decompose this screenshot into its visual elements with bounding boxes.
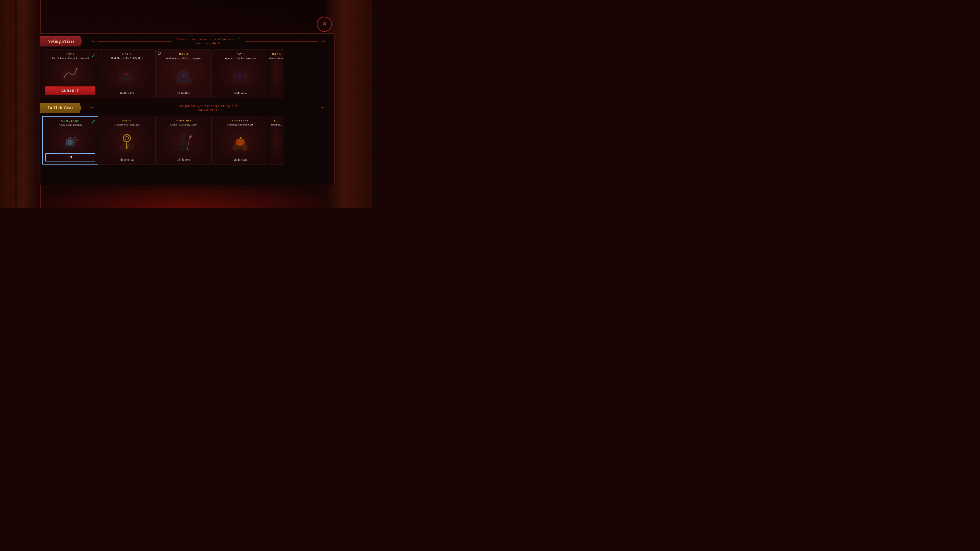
svg-point-51 (241, 139, 245, 145)
wood-panel-left (0, 0, 41, 208)
inhub-item-3-name: Death's Dastardly Cape (170, 123, 197, 126)
inhub-item-1-category: Cemetary (61, 119, 80, 122)
voting-prizes-tab: Voting Prizes (40, 36, 83, 46)
inhub-gear-tab: In-Hub Gear (40, 103, 81, 113)
day2-item-image (102, 61, 152, 90)
svg-marker-20 (238, 71, 239, 73)
svg-marker-21 (241, 71, 243, 73)
day3-item-svg (172, 65, 195, 86)
inhub-item-4-name: Flaming Pumpkin Cart (228, 123, 253, 126)
svg-point-23 (241, 74, 242, 75)
day1-checkmark: ✓ (91, 52, 96, 59)
inhub-item-4-card: Pumpkins Flaming Pumpkin Cart (212, 116, 268, 165)
scroll-left-icon-2: 〜 (89, 105, 95, 111)
voting-prizes-section: Voting Prizes 〜 Earn avatar items by vot… (40, 34, 334, 100)
inhub-item-5-card: E... Spectral... (269, 116, 284, 165)
voting-day-1-card: DAY 1 The Golem of Decay by Jazzyx3 ✓ CU… (42, 49, 98, 98)
inhub-item-2-svg (115, 132, 138, 152)
day3-item-name: Void Vampire's Hat by Empyror (165, 56, 202, 60)
svg-point-16 (181, 74, 186, 78)
inhub-gear-header-text: Get power-ups by completing hub adventur… (171, 104, 245, 112)
inhub-items-row: Cemetary Azure Light Lantern (40, 114, 334, 167)
inhub-item-4-image (215, 128, 266, 156)
inhub-item-1-card: Cemetary Azure Light Lantern (42, 116, 98, 165)
day4-label: DAY 4 (235, 52, 245, 56)
inhub-gear-title: In-Hub Gear (48, 106, 73, 110)
voting-day-5-card: DAY 5 Abomination... (269, 49, 284, 98)
svg-point-22 (239, 74, 240, 75)
inhub-item-1-count[interactable]: 1/1 (45, 153, 95, 162)
inhub-item-5-name: Spectral... (271, 123, 282, 126)
inhub-item-1-checkmark: ✓ (91, 119, 96, 126)
day1-item-name: The Golem of Decay by Jazzyx3 (52, 56, 89, 60)
svg-point-5 (126, 73, 127, 75)
inhub-item-3-svg (172, 132, 195, 152)
inhub-item-2-category: Maze (122, 119, 132, 122)
day3-radio (158, 52, 161, 55)
day4-timer: 2d 4h 40m (234, 91, 247, 95)
day3-timer: 1d 4h 40m (177, 91, 190, 95)
svg-rect-27 (68, 137, 72, 139)
day4-item-image (215, 61, 266, 90)
inhub-gear-section: In-Hub Gear 〜 Get power-ups by completin… (40, 100, 334, 167)
day3-item-image (158, 61, 209, 90)
inhub-gear-header: In-Hub Gear 〜 Get power-ups by completin… (40, 103, 334, 113)
svg-point-37 (181, 134, 186, 139)
day2-item-svg (115, 65, 138, 86)
voting-prizes-header-line: 〜 Earn avatar items by voting in each ca… (83, 37, 334, 45)
scroll-left-icon: 〜 (90, 38, 96, 45)
day5-item-name: Abomination... (269, 56, 284, 60)
curse-it-button[interactable]: CURSE IT (45, 86, 95, 95)
voting-day-3-card: DAY 3 Void Vampire's Hat by Empyror (156, 49, 212, 98)
svg-rect-52 (240, 138, 241, 140)
inhub-item-1-name: Azure Light Lantern (59, 123, 82, 127)
day1-item-svg (59, 63, 82, 83)
svg-point-29 (67, 139, 74, 146)
inhub-item-3-timer: 1d 4h 40m (177, 158, 190, 162)
inhub-item-3-card: Mirrors Death's Dastardly Cape (156, 116, 212, 165)
day3-label: DAY 3 (179, 52, 188, 56)
voting-prizes-header-text: Earn avatar items by voting in each cate… (172, 37, 245, 45)
voting-prizes-title: Voting Prizes (48, 39, 75, 44)
voting-day-4-card: DAY 4 Vampire Kitty by Lovespun (212, 49, 268, 98)
inhub-item-4-svg (229, 132, 251, 152)
svg-point-19 (238, 73, 243, 78)
scroll-right-icon-2: 〜 (321, 105, 326, 111)
inhub-item-4-category: Pumpkins (232, 119, 249, 122)
inhub-item-2-image (102, 128, 152, 156)
inhub-item-2-card: Maze Golden Key Necklace (99, 116, 155, 165)
day4-item-svg (229, 65, 251, 86)
voting-day-2-card: DAY 2 Dark Ravens by ASUS_Rog (99, 49, 155, 98)
svg-point-0 (61, 69, 79, 82)
day5-label: DAY 5 (272, 52, 281, 56)
inhub-item-1-image (45, 128, 95, 152)
voting-items-row: DAY 1 The Golem of Decay by Jazzyx3 ✓ CU… (40, 48, 334, 100)
svg-point-50 (236, 139, 239, 145)
scroll-right-icon: 〜 (321, 38, 326, 45)
svg-point-32 (125, 137, 129, 140)
svg-point-1 (76, 68, 78, 70)
day4-item-name: Vampire Kitty by Lovespun (224, 56, 256, 60)
inhub-item-3-image (158, 128, 209, 156)
day1-label: DAY 1 (65, 52, 75, 56)
day2-timer: 4h 40m 42s (120, 91, 134, 95)
inhub-item-5-category: E... (274, 119, 279, 122)
inhub-item-2-name: Golden Key Necklace (115, 123, 139, 126)
inhub-item-4-timer: 2d 4h 40m (234, 158, 247, 162)
day2-label: DAY 2 (122, 52, 131, 56)
inhub-item-3-category: Mirrors (176, 119, 191, 122)
close-button[interactable] (317, 17, 332, 32)
voting-prizes-header: Voting Prizes 〜 Earn avatar items by vot… (40, 36, 334, 46)
day1-item-image (45, 61, 95, 85)
inhub-item-1-svg (59, 130, 82, 150)
inhub-gear-header-line: 〜 Get power-ups by completing hub advent… (81, 104, 334, 112)
inhub-item-2-timer: 4h 40m 42s (120, 158, 134, 162)
main-panel: Voting Prizes 〜 Earn avatar items by vot… (40, 33, 334, 185)
svg-point-31 (123, 135, 130, 142)
day2-item-name: Dark Ravens by ASUS_Rog (111, 56, 143, 60)
